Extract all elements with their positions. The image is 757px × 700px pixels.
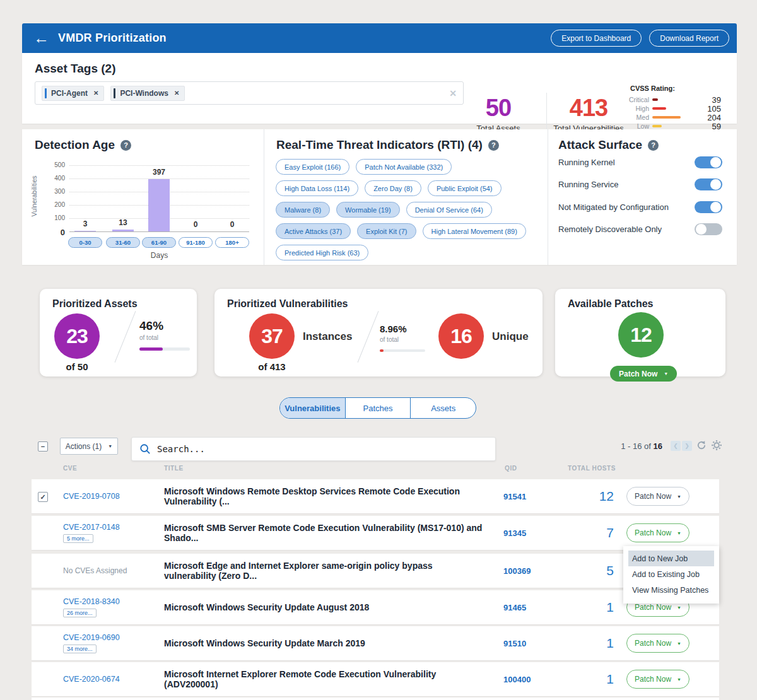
rti-filter-pill[interactable]: Malware (8) xyxy=(276,202,330,218)
cve-link[interactable]: CVE-2019-0690 xyxy=(63,633,120,642)
remove-tag-icon[interactable]: ✕ xyxy=(93,90,98,96)
chart-y-tick: 300 xyxy=(46,188,65,195)
asset-tags-title: Asset Tags (2) xyxy=(35,62,115,76)
cvss-row: Med 204 xyxy=(620,113,721,122)
next-page-icon[interactable]: ❯ xyxy=(682,441,692,451)
qid-link[interactable]: 91345 xyxy=(503,528,554,538)
chart-y-tick: 400 xyxy=(46,175,65,182)
toggle-switch[interactable] xyxy=(695,156,722,168)
total-hosts-value[interactable]: 1 xyxy=(554,672,614,687)
rti-filter-pill[interactable]: Active Attacks (37) xyxy=(276,223,351,239)
percent-value: 46% xyxy=(139,319,163,333)
more-cves-chip[interactable]: 5 more... xyxy=(63,534,93,543)
patch-now-button[interactable]: Patch Now ▼ xyxy=(626,670,690,689)
total-hosts-value[interactable]: 1 xyxy=(554,600,614,615)
cvss-severity-bar xyxy=(652,116,681,119)
column-header-cve[interactable]: CVE xyxy=(63,465,77,472)
rti-filter-pill[interactable]: Predicted High Risk (63) xyxy=(276,245,368,260)
attack-surface-panel: Attack Surface ? Running Kernel Running … xyxy=(548,129,737,265)
total-hosts-value[interactable]: 5 xyxy=(554,563,614,578)
diagonal-divider xyxy=(358,311,379,363)
rti-filter-pill[interactable]: Public Exploit (54) xyxy=(428,180,502,196)
rti-filter-pill[interactable]: Zero Day (8) xyxy=(365,180,421,196)
column-header-title[interactable]: TITLE xyxy=(164,465,184,472)
age-range-pill[interactable]: 0-30 xyxy=(68,237,102,248)
actions-dropdown-button[interactable]: Actions (1) ▼ xyxy=(60,438,118,455)
qid-link[interactable]: 91465 xyxy=(503,603,554,612)
qid-link[interactable]: 100369 xyxy=(503,566,554,576)
top-bar: ← VMDR Prioritization Export to Dashboar… xyxy=(22,23,737,53)
help-icon[interactable]: ? xyxy=(488,140,499,151)
vulnerability-title: Microsoft SMB Server Remote Code Executi… xyxy=(164,523,486,543)
chevron-down-icon: ▼ xyxy=(108,444,112,448)
cvss-severity-bar xyxy=(652,98,658,101)
unique-label: Unique xyxy=(492,330,529,343)
total-hosts-value[interactable]: 1 xyxy=(554,636,614,651)
chart-bar[interactable] xyxy=(148,179,170,231)
chevron-down-icon: ▼ xyxy=(677,677,681,682)
age-range-pill[interactable]: 31-60 xyxy=(106,237,140,248)
toggle-switch[interactable] xyxy=(695,223,722,235)
patch-now-button[interactable]: Patch Now ▼ xyxy=(626,523,690,542)
rti-filter-pill[interactable]: Exploit Kit (7) xyxy=(357,223,416,239)
asset-tags-section: Asset Tags (2) PCI-Agent ✕ PCI-Windows ✕… xyxy=(22,53,737,124)
more-cves-chip[interactable]: 26 more... xyxy=(63,609,97,617)
prev-page-icon[interactable]: ❮ xyxy=(671,441,681,451)
cve-link[interactable]: CVE-2019-0708 xyxy=(63,492,120,501)
patch-now-button[interactable]: Patch Now ▼ xyxy=(626,487,690,506)
qid-link[interactable]: 100400 xyxy=(503,675,554,684)
rti-filter-pill[interactable]: Easy Exploit (166) xyxy=(276,159,349,175)
export-to-dashboard-button[interactable]: Export to Dashboard xyxy=(551,30,642,47)
progress-bar xyxy=(380,349,425,352)
tab-assets[interactable]: Assets xyxy=(410,398,476,418)
rti-filter-pill[interactable]: Patch Not Available (332) xyxy=(356,159,452,175)
cvss-severity-count: 39 xyxy=(712,95,721,105)
age-range-pill[interactable]: 91-180 xyxy=(179,237,213,248)
row-checkbox[interactable]: ✓ xyxy=(38,492,48,502)
search-input[interactable] xyxy=(157,444,488,454)
total-hosts-value[interactable]: 12 xyxy=(554,489,614,504)
back-arrow-icon[interactable]: ← xyxy=(33,30,49,46)
menu-item[interactable]: Add to Existing Job xyxy=(628,566,714,582)
prioritized-vulnerabilities-card: Prioritized Vulnerabilities 37 Instances… xyxy=(214,289,543,376)
rti-title: Real-Time Threat Indicators (RTI) (4) xyxy=(276,138,483,152)
help-icon[interactable]: ? xyxy=(120,140,131,151)
help-icon[interactable]: ? xyxy=(648,140,659,151)
chevron-down-icon: ▼ xyxy=(677,494,681,499)
more-cves-chip[interactable]: 34 more... xyxy=(63,645,97,653)
vulnerability-title: Microsoft Windows Security Update August… xyxy=(164,602,486,612)
chart-y-tick: 500 xyxy=(46,161,65,168)
asset-tags-input[interactable]: PCI-Agent ✕ PCI-Windows ✕ ✕ xyxy=(35,81,464,105)
cvss-rating-title: CVSS Rating: xyxy=(630,85,721,92)
qid-link[interactable]: 91541 xyxy=(503,492,554,501)
remove-tag-icon[interactable]: ✕ xyxy=(174,90,179,96)
select-all-checkbox[interactable]: − xyxy=(38,441,48,452)
download-report-button[interactable]: Download Report xyxy=(649,30,729,47)
tab-patches[interactable]: Patches xyxy=(345,398,411,418)
tab-vulnerabilities[interactable]: Vulnerabilities xyxy=(280,398,345,418)
cve-link[interactable]: CVE-2017-0148 xyxy=(63,523,120,532)
patch-now-button[interactable]: Patch Now ▼ xyxy=(610,366,677,382)
attack-surface-title: Attack Surface xyxy=(558,138,642,152)
cve-link[interactable]: CVE-2020-0674 xyxy=(63,675,120,684)
progress-bar xyxy=(139,347,190,351)
patch-now-button[interactable]: Patch Now ▼ xyxy=(626,634,690,653)
refresh-icon[interactable] xyxy=(696,440,707,453)
age-range-pill[interactable]: 180+ xyxy=(215,237,249,248)
clear-tags-icon[interactable]: ✕ xyxy=(449,88,457,98)
total-hosts-value[interactable]: 7 xyxy=(554,525,614,540)
age-range-pill[interactable]: 61-90 xyxy=(142,237,176,248)
toggle-switch[interactable] xyxy=(695,201,722,213)
menu-item[interactable]: View Missing Patches xyxy=(628,582,714,598)
rti-filter-pill[interactable]: Denial Of Service (64) xyxy=(406,202,492,218)
rti-filter-pill[interactable]: Wormable (19) xyxy=(336,202,400,218)
menu-item[interactable]: Add to New Job xyxy=(628,551,714,566)
column-header-total-hosts[interactable]: TOTAL HOSTS xyxy=(568,465,616,472)
toggle-switch[interactable] xyxy=(695,178,722,190)
qid-link[interactable]: 91510 xyxy=(503,639,554,648)
rti-filter-pill[interactable]: High Data Loss (114) xyxy=(276,180,358,196)
settings-gear-icon[interactable] xyxy=(711,440,722,453)
cve-link[interactable]: CVE-2018-8340 xyxy=(63,597,120,606)
column-header-qid[interactable]: QID xyxy=(505,465,517,472)
rti-filter-pill[interactable]: High Lateral Movement (89) xyxy=(423,223,526,239)
